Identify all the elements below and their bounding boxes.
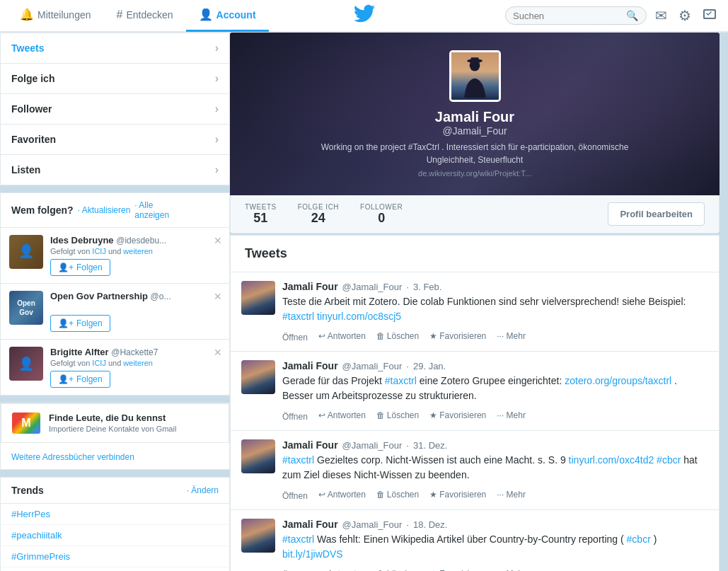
delete-action[interactable]: 🗑 Löschen [376,330,419,342]
weiteren-link[interactable]: weiteren [123,247,153,255]
trend-item[interactable]: #GrimmePreis [1,546,229,567]
tweet-body: Jamali Four @Jamali_Four · 31. Dez. #tax… [282,439,708,501]
hash-icon: # [117,8,123,21]
main-layout: Tweets › Folge ich › Follower › Favorite… [0,33,728,571]
reply-action[interactable]: ↩ Antworten [318,330,366,342]
menu-favoriten-label: Favoriten [11,134,56,145]
tweet-toggle[interactable]: Öffnen [282,412,308,422]
dismiss-button[interactable]: ✕ [214,291,222,302]
tweet-link[interactable]: #taxctrl [282,533,314,545]
avatar: 👤 [9,347,43,381]
follow-button[interactable]: 👤+ Folgen [50,259,110,276]
who-to-follow-widget: Wem folgen? · Aktualisieren · Alleanzeig… [0,192,230,396]
gmail-text: Finde Leute, die Du kennst Importiere De… [49,413,176,434]
search-button[interactable]: 🔍 [626,10,638,21]
tweets-section: Tweets Jamali Four @Jamali_Four · 3. Feb… [230,235,720,571]
tweet-body: Jamali Four @Jamali_Four · 29. Jan. Gera… [282,360,708,422]
follow-button[interactable]: 👤+ Folgen [50,371,110,388]
tweet-url[interactable]: zotero.org/groups/taxctrl [565,375,671,386]
person-icon: 👤 [199,8,213,21]
follow-item: 👤 Brigitte Alfter @Hackette7 Gefolgt von… [1,340,229,395]
fav-action[interactable]: ★ Favorisieren [429,330,486,342]
dismiss-button[interactable]: ✕ [214,235,222,246]
tweet-avatar [241,281,275,315]
follow-btn-label: Folgen [76,318,103,328]
top-nav: 🔔 Mitteilungen # Entdecken 👤 Account 🔍 ✉… [0,0,728,33]
stat-follower: FOLLOWER 0 [360,203,403,226]
tweet-avatar [241,360,275,394]
tweet-actions: Öffnen ↩ Antworten 🗑 Löschen ★ Favorisie… [282,488,708,501]
delete-action[interactable]: 🗑 Löschen [376,409,419,422]
menu-item-favoriten[interactable]: Favoriten › [1,125,229,155]
weiteren-link[interactable]: weiteren [123,359,153,367]
address-book-link[interactable]: Weitere Adressbücher verbinden [1,449,229,469]
tweet-date: 18. Dez. [413,519,447,530]
dismiss-button[interactable]: ✕ [214,347,222,358]
sidebar-menu: Tweets › Folge ich › Follower › Favorite… [0,33,230,185]
tweet-avatar [241,519,275,553]
twitter-logo [354,3,375,29]
tweet-url[interactable]: tinyurl.com/oxc4td2 [569,454,654,466]
fav-action[interactable]: ★ Favorisieren [429,409,486,422]
tweet-url[interactable]: tinyurl.com/oc8scj5 [317,311,401,322]
delete-action[interactable]: 🗑 Löschen [376,488,419,501]
tweet-toggle[interactable]: Öffnen [282,333,308,342]
stat-tweets: TWEETS 51 [245,203,277,226]
more-action[interactable]: ··· Mehr [497,409,526,422]
settings-button[interactable]: ⚙ [676,4,694,27]
reply-action[interactable]: ↩ Antworten [318,409,366,422]
tweet-link[interactable]: #taxctrl [385,375,417,386]
tweet-toggle[interactable]: Öffnen [282,491,308,501]
trend-item[interactable]: #peachiiitalk [1,525,229,546]
profile-bio: Working on the project #TaxCtrl . Intere… [305,137,645,166]
tweet-link[interactable]: #taxctrl [282,454,314,466]
menu-follower-label: Follower [11,103,52,115]
trends-change-link[interactable]: · Ändern [187,485,219,495]
gmail-icon: M [12,413,40,434]
reply-action[interactable]: ↩ Antworten [318,488,366,501]
more-action[interactable]: ··· Mehr [497,330,526,342]
messages-button[interactable]: ✉ [652,4,670,27]
follow-plus-icon: 👤+ [58,318,74,328]
tweet-item: Jamali Four @Jamali_Four · 29. Jan. Gera… [231,352,719,431]
menu-item-folge-ich[interactable]: Folge ich › [1,64,229,94]
fav-action[interactable]: ★ Favorisieren [429,488,486,501]
follow-name: Brigitte Alfter [50,347,109,357]
follow-btn-label: Folgen [76,374,103,384]
compose-button[interactable] [700,4,720,28]
aktualisieren-link[interactable]: · Aktualisieren [78,205,131,215]
tweet-actions: Öffnen ↩ Antworten 🗑 Löschen ★ Favorisie… [282,330,708,342]
follower-link[interactable]: ICIJ [92,247,106,255]
svg-rect-3 [470,57,478,62]
delete-action[interactable]: 🗑 Löschen [376,567,419,571]
follow-item: Open Gov Open Gov Partnership @o... 👤+ F… [1,284,229,340]
fav-action[interactable]: ★ Favorisieren [429,567,486,571]
tweet-header: Jamali Four @Jamali_Four · 29. Jan. [282,360,708,371]
follow-handle: @o... [151,292,171,301]
tweet-url[interactable]: bit.ly/1jiwDVS [282,548,343,560]
follow-btn-label: Folgen [76,263,103,272]
alle-anzeigen-link[interactable]: · Alleanzeigen [134,200,169,220]
search-input[interactable] [513,11,626,21]
edit-profile-button[interactable]: Profil bearbeiten [608,202,705,226]
trend-item[interactable]: #HerrPes [1,504,229,525]
tweet-hashtag[interactable]: #cbcr [657,454,681,466]
menu-item-listen[interactable]: Listen › [1,155,229,185]
menu-item-tweets[interactable]: Tweets › [1,33,229,64]
nav-mitteilungen[interactable]: 🔔 Mitteilungen [7,0,104,32]
nav-entdecken[interactable]: # Entdecken [104,0,186,32]
reply-action[interactable]: ↩ Antworten [318,567,366,571]
nav-right: 🔍 ✉ ⚙ [505,4,728,28]
follower-link[interactable]: ICIJ [92,359,106,367]
more-action[interactable]: ··· Mehr [497,488,526,501]
nav-account[interactable]: 👤 Account [186,0,269,32]
tweet-header: Jamali Four @Jamali_Four · 3. Feb. [282,281,708,292]
trend-item[interactable]: #DevilWearsPrada [1,567,229,571]
menu-item-follower[interactable]: Follower › [1,94,229,125]
tweet-item: Jamali Four @Jamali_Four · 31. Dez. #tax… [231,431,719,510]
tweet-hashtag[interactable]: #cbcr [627,533,651,545]
tweet-link[interactable]: #taxctrl [282,311,314,322]
follow-button[interactable]: 👤+ Folgen [50,315,110,332]
tweet-text: Teste die Arbeit mit Zotero. Die colab F… [282,294,708,324]
more-action[interactable]: ··· Mehr [497,567,526,571]
